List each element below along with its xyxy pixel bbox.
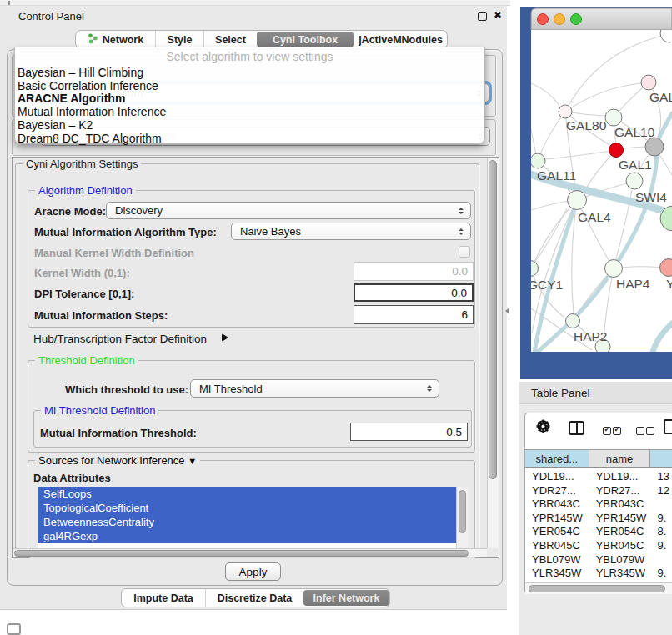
settings-hscrollbar-thumb[interactable] (14, 550, 469, 557)
deselect-all-icon[interactable] (636, 423, 656, 438)
which-threshold-label: Which threshold to use: (65, 383, 188, 396)
network-node[interactable] (609, 143, 624, 158)
attributes-scrollbar-thumb[interactable] (459, 490, 466, 533)
table-row[interactable]: YDR27...YDR27...12 (525, 484, 672, 498)
network-node[interactable] (641, 75, 656, 90)
data-attributes-list[interactable]: SelfLoopsTopologicalCoefficientBetweenne… (38, 487, 468, 548)
tab-select[interactable]: Select (203, 31, 257, 48)
dpi-tolerance-label: DPI Tolerance [0,1]: (34, 288, 134, 300)
attribute-item[interactable]: TopologicalCoefficient (38, 501, 456, 515)
threshold-definition-title: Threshold Definition (35, 354, 138, 367)
column-header[interactable]: shared... (525, 450, 589, 467)
network-node[interactable] (530, 153, 545, 168)
dropdown-item[interactable]: Basic Correlation Inference (18, 79, 158, 92)
network-node[interactable] (566, 314, 580, 328)
mi-type-combo[interactable]: Naive Bayes (231, 222, 471, 240)
cyni-algorithm-settings-title: Cyni Algorithm Settings (23, 158, 141, 170)
kernel-width-label: Kernel Width (0,1): (34, 267, 130, 279)
node-label: GAL (649, 90, 672, 104)
table-hscrollbar[interactable] (525, 582, 672, 594)
table-row[interactable]: YBL079WYBL079W (525, 553, 672, 568)
mi-steps-input[interactable]: 6 (354, 305, 474, 324)
settings-vscrollbar-thumb[interactable] (489, 160, 497, 479)
table-hscrollbar-thumb[interactable] (529, 585, 665, 592)
split-column-icon[interactable] (569, 421, 584, 435)
apply-button[interactable]: Apply (225, 562, 281, 581)
which-threshold-combo[interactable]: MI Threshold (190, 379, 439, 398)
tab-style[interactable]: Style (155, 31, 203, 48)
table-row[interactable]: YLR345WYLR345W9. (525, 567, 672, 581)
kernel-width-input[interactable]: 0.0 (354, 262, 474, 281)
network-node[interactable] (568, 191, 587, 210)
tab-jactivemnodules[interactable]: jActiveMNodules (354, 31, 447, 48)
node-label: HAP4 (616, 277, 650, 291)
bottom-tab-discretize-data[interactable]: Discretize Data (205, 589, 303, 607)
expand-arrow-icon[interactable] (222, 333, 228, 342)
table-panel-titlebar: Table Panel (519, 382, 672, 404)
bottom-tab-impute-data[interactable]: Impute Data (122, 589, 205, 607)
node-label: GAL1 (619, 158, 652, 172)
application-window: Control Panel ✖ NetworkStyleSelectCyni T… (0, 0, 672, 635)
gear-icon[interactable] (536, 419, 550, 437)
tab-cyni-toolbox[interactable]: Cyni Toolbox (257, 32, 354, 48)
mi-steps-label: Mutual Information Steps: (34, 309, 168, 322)
aracne-mode-combo[interactable]: Discovery (106, 202, 471, 219)
select-all-icon[interactable] (603, 423, 623, 438)
node-label: Y (666, 277, 672, 291)
split-pane-arrow-icon[interactable] (505, 308, 509, 314)
column-header[interactable] (650, 450, 672, 467)
minimize-window-icon[interactable] (554, 14, 565, 25)
network-node[interactable] (626, 172, 643, 189)
minimized-panel-icon[interactable] (7, 623, 21, 635)
table-panel-title: Table Panel (531, 387, 590, 399)
zoom-window-icon[interactable] (571, 14, 582, 25)
table-icon[interactable] (664, 419, 672, 434)
aracne-mode-label: Aracne Mode: (34, 205, 106, 218)
control-panel-tabbar: NetworkStyleSelectCyni ToolboxjActiveMNo… (75, 30, 448, 49)
attribute-item[interactable]: SelfLoops (38, 487, 456, 501)
node-label: GCY1 (528, 278, 563, 292)
dpi-tolerance-input[interactable]: 0.0 (354, 283, 474, 302)
dropdown-item[interactable]: Mutual Information Inference (18, 105, 166, 118)
node-label: SWI4 (635, 190, 667, 204)
column-header[interactable]: name (589, 450, 651, 467)
attribute-item[interactable]: gal4RGexp (38, 529, 456, 543)
bottom-tab-infer-network[interactable]: Infer Network (303, 590, 389, 606)
network-node[interactable] (605, 109, 622, 126)
dropdown-item[interactable]: Dream8 DC_TDC Algorithm (18, 132, 162, 145)
tab-network[interactable]: Network (76, 31, 155, 48)
control-panel-title: Control Panel (18, 10, 84, 22)
hub-definition-toggle[interactable]: Hub/Transcription Factor Definition (33, 332, 207, 345)
combo-spinner-icon (426, 385, 432, 392)
mi-threshold-input[interactable]: 0.5 (350, 422, 468, 441)
network-view[interactable]: GALGAL80GAL10GAL1GAL11SWI4GAL4GCY1HAP4YH… (520, 7, 672, 379)
node-label: GAL4 (578, 210, 611, 224)
node-label: GAL11 (537, 168, 576, 182)
toolbar-divider (8, 1, 10, 5)
float-window-icon[interactable] (478, 12, 487, 21)
combo-spinner-icon (458, 208, 464, 214)
node-label: GAL10 (614, 125, 655, 139)
close-panel-icon[interactable]: ✖ (494, 9, 502, 21)
dropdown-item[interactable]: Bayesian – K2 (18, 118, 93, 132)
collapse-arrow-icon: ▼ (188, 456, 197, 466)
attribute-item[interactable]: BetweennessCentrality (38, 515, 456, 529)
dropdown-item[interactable]: Bayesian – Hill Climbing (18, 66, 143, 79)
table-header: shared...name (525, 449, 672, 468)
top-toolbar-strip (0, 0, 510, 6)
network-node[interactable] (559, 105, 572, 118)
manual-kernel-checkbox[interactable] (459, 246, 470, 258)
close-window-icon[interactable] (538, 14, 549, 25)
table-row[interactable]: YBR043CYBR043C (525, 498, 672, 512)
table-row[interactable]: YBR045CYBR045C9. (525, 539, 672, 553)
table-row[interactable]: YER054CYER054C8. (525, 525, 672, 539)
bottom-tabbar: Impute DataDiscretize DataInfer Network (121, 588, 390, 608)
table-row[interactable]: YDL19...YDL19...13 (525, 470, 672, 484)
sources-group-title[interactable]: Sources for Network Inference ▼ (35, 454, 200, 467)
network-node[interactable] (605, 260, 623, 278)
dropdown-item[interactable]: ARACNE Algorithm (18, 92, 125, 105)
table-row[interactable]: YPR145WYPR145W9. (525, 512, 672, 526)
node-label: HAP2 (574, 329, 608, 343)
data-attributes-label: Data Attributes (33, 472, 111, 484)
network-node[interactable] (645, 138, 664, 156)
